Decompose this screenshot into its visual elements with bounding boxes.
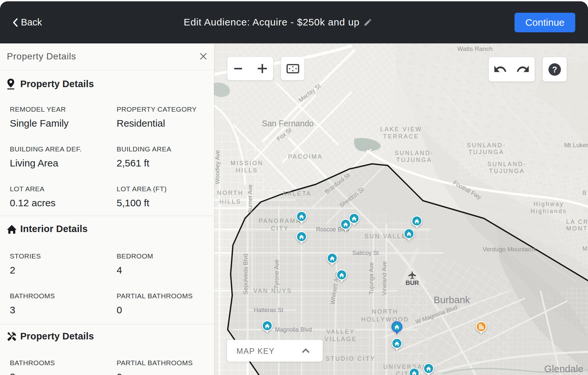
svg-text:LAKE VIEW: LAKE VIEW: [380, 126, 422, 133]
svg-text:Saticoy St: Saticoy St: [352, 250, 379, 256]
svg-text:HILLS: HILLS: [236, 167, 258, 174]
svg-text:NORTH: NORTH: [372, 308, 398, 315]
svg-text:PANORAMA: PANORAMA: [259, 218, 301, 224]
svg-text:Watts Ranch: Watts Ranch: [457, 45, 493, 52]
svg-text:VILLAGE: VILLAGE: [324, 336, 357, 342]
svg-text:Mt Luker: Mt Luker: [564, 142, 588, 148]
svg-text:Highway: Highway: [533, 201, 564, 207]
svg-text:TERRACE: TERRACE: [383, 133, 419, 140]
svg-text:BUR: BUR: [405, 279, 419, 286]
svg-text:SUNLAND-: SUNLAND-: [395, 150, 434, 156]
svg-text:Burbank: Burbank: [433, 294, 470, 305]
svg-text:MISSION: MISSION: [231, 160, 264, 166]
svg-text:Hatteras St: Hatteras St: [254, 307, 283, 313]
svg-text:Verdugo Mountains: Verdugo Mountains: [482, 246, 536, 253]
svg-text:Vineland Ave: Vineland Ave: [381, 261, 388, 295]
svg-text:?: ?: [552, 65, 557, 74]
svg-text:Brig: Brig: [582, 190, 588, 196]
svg-text:TUJUNGA: TUJUNGA: [468, 149, 504, 155]
svg-text:MON: MON: [582, 245, 588, 252]
svg-text:TUJUNGA: TUJUNGA: [396, 157, 432, 163]
svg-text:HOLLYWOOD: HOLLYWOOD: [361, 316, 409, 323]
svg-text:SUNLAND-: SUNLAND-: [467, 142, 506, 148]
svg-text:PACOIMA: PACOIMA: [288, 153, 323, 160]
svg-text:VAN NUYS: VAN NUYS: [253, 288, 292, 294]
svg-text:Burnet Ave: Burnet Ave: [247, 184, 253, 213]
svg-text:Tyrone Ave: Tyrone Ave: [273, 259, 280, 289]
svg-text:MONTROSE: MONTROSE: [566, 225, 588, 232]
svg-text:Magnolia Blvd: Magnolia Blvd: [275, 326, 312, 333]
svg-text:San Fernando: San Fernando: [262, 119, 314, 128]
svg-text:Tujunga Ave: Tujunga Ave: [368, 262, 375, 294]
svg-text:UNIVERSAL: UNIVERSAL: [383, 364, 427, 370]
svg-text:LA CRESCENTA-: LA CRESCENTA-: [566, 219, 588, 225]
svg-text:Highlands: Highlands: [531, 208, 567, 214]
svg-text:TUJUNGA: TUJUNGA: [489, 168, 525, 174]
svg-text:Woodley Ave: Woodley Ave: [214, 150, 221, 184]
svg-text:CITY: CITY: [271, 225, 289, 232]
svg-text:Sepulveda Blvd: Sepulveda Blvd: [242, 254, 249, 294]
svg-text:NORTH: NORTH: [217, 190, 243, 196]
svg-text:SUNLAND-: SUNLAND-: [487, 161, 527, 167]
svg-text:Glendale: Glendale: [544, 363, 583, 374]
svg-text:VALLEY: VALLEY: [326, 328, 355, 335]
svg-text:ARLETA: ARLETA: [282, 190, 312, 197]
svg-text:STUDIO CITY: STUDIO CITY: [326, 355, 376, 362]
svg-text:HILLS: HILLS: [219, 198, 241, 205]
